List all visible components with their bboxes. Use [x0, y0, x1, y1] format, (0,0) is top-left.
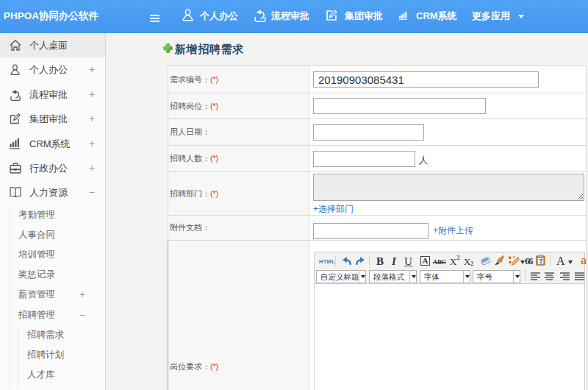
- svg-text:T: T: [539, 258, 543, 265]
